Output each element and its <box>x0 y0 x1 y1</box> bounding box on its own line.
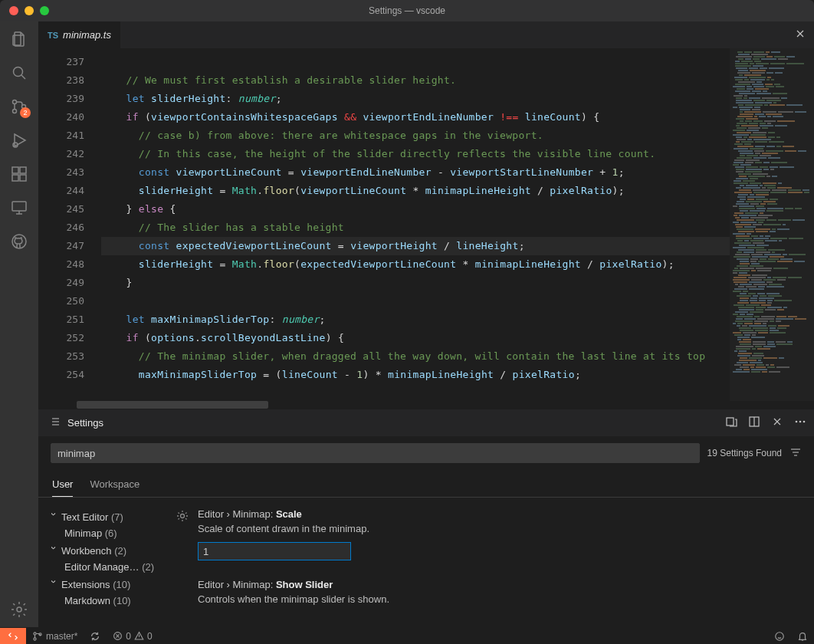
svg-point-16 <box>799 421 802 423</box>
svg-point-23 <box>776 632 784 640</box>
close-window-button[interactable] <box>9 6 18 15</box>
minimize-window-button[interactable] <box>25 6 34 15</box>
code-line[interactable]: } else { <box>101 200 730 219</box>
svg-point-20 <box>34 637 36 639</box>
branch-name: master* <box>46 631 77 642</box>
feedback-icon[interactable] <box>768 631 791 642</box>
svg-point-2 <box>13 100 17 104</box>
traffic-lights <box>0 6 49 15</box>
activity-bar: 2 <box>0 21 38 627</box>
source-control-icon[interactable]: 2 <box>9 97 29 117</box>
code-line[interactable]: } <box>101 274 730 292</box>
code-line[interactable]: const expectedViewportLineCount = viewpo… <box>101 237 730 255</box>
svg-point-18 <box>181 514 185 518</box>
errors-count: 0 <box>126 631 131 642</box>
split-editor-icon[interactable] <box>748 416 760 430</box>
warnings-count: 0 <box>147 631 153 642</box>
extensions-icon[interactable] <box>9 164 29 184</box>
setting-gear-icon[interactable] <box>176 508 190 560</box>
tree-category[interactable]: ›Workbench (2) <box>49 542 169 559</box>
code-line[interactable]: if (options.scrollBeyondLastLine) { <box>101 329 730 347</box>
line-number: 249 <box>38 274 84 292</box>
scm-badge: 2 <box>20 107 31 118</box>
minimap[interactable] <box>730 48 814 409</box>
editor-tabs: TS minimap.ts <box>38 21 814 48</box>
code-line[interactable]: if (viewportContainsWhitespaceGaps && vi… <box>101 108 730 127</box>
search-icon[interactable] <box>9 63 29 83</box>
typescript-file-icon: TS <box>48 31 58 40</box>
tree-item[interactable]: Minimap (6) <box>49 525 169 542</box>
setting-item: Editor › Minimap: ScaleScale of content … <box>176 508 806 560</box>
setting-value-input[interactable] <box>198 542 351 560</box>
settings-tab-title[interactable]: Settings <box>67 417 103 429</box>
scope-tab-workspace[interactable]: Workspace <box>90 478 139 497</box>
horizontal-scrollbar[interactable] <box>77 401 268 409</box>
code-line[interactable]: let maxMinimapSliderTop: number; <box>101 310 730 329</box>
settings-panel: Settings 1 <box>38 409 814 627</box>
line-number: 245 <box>38 200 84 219</box>
line-number: 248 <box>38 255 84 274</box>
setting-item: Editor › Minimap: Show SliderControls wh… <box>176 579 806 613</box>
remote-explorer-icon[interactable] <box>9 198 29 218</box>
maximize-window-button[interactable] <box>40 6 49 15</box>
setting-title: Editor › Minimap: Scale <box>198 508 806 520</box>
settings-gear-icon[interactable] <box>9 600 29 619</box>
tab-minimap-ts[interactable]: TS minimap.ts <box>38 21 121 48</box>
tree-category[interactable]: ›Text Editor (7) <box>49 508 169 525</box>
svg-point-1 <box>14 67 23 77</box>
scope-tab-user[interactable]: User <box>52 478 73 497</box>
code-line[interactable]: // The minimap slider, when dragged all … <box>101 347 730 366</box>
problems-indicator[interactable]: 0 0 <box>107 631 158 642</box>
setting-gear-icon[interactable] <box>176 579 190 613</box>
code-line[interactable]: // We must first establish a desirable s… <box>101 71 730 90</box>
notifications-icon[interactable] <box>791 631 814 642</box>
more-actions-icon[interactable] <box>794 416 806 430</box>
line-number: 252 <box>38 329 84 347</box>
close-settings-icon[interactable] <box>771 416 783 430</box>
line-number: 243 <box>38 163 84 182</box>
svg-rect-9 <box>20 167 26 173</box>
svg-point-17 <box>803 421 806 423</box>
settings-content: Editor › Minimap: ScaleScale of content … <box>169 498 814 627</box>
svg-point-19 <box>34 632 36 634</box>
line-number: 246 <box>38 219 84 237</box>
open-settings-json-icon[interactable] <box>725 416 737 430</box>
line-number: 253 <box>38 347 84 366</box>
tree-category[interactable]: ›Extensions (10) <box>49 576 169 593</box>
github-icon[interactable] <box>9 232 29 251</box>
code-content[interactable]: // We must first establish a desirable s… <box>101 48 730 409</box>
code-line[interactable]: // In this case, the height of the slide… <box>101 145 730 163</box>
settings-list-icon <box>49 416 61 430</box>
code-line[interactable]: let sliderHeight: number; <box>101 90 730 108</box>
tree-item[interactable]: Markdown (10) <box>49 593 169 610</box>
code-line[interactable]: // case b) from above: there are whitesp… <box>101 127 730 145</box>
run-debug-icon[interactable] <box>9 130 29 150</box>
tree-item[interactable]: Editor Manage… (2) <box>49 559 169 576</box>
settings-search-input[interactable] <box>51 443 700 463</box>
tab-filename: minimap.ts <box>63 29 111 41</box>
code-line[interactable]: // The slider has a stable height <box>101 219 730 237</box>
setting-description: Scale of content drawn in the minimap. <box>198 523 806 534</box>
code-line[interactable]: const viewportLineCount = viewportEndLin… <box>101 163 730 182</box>
sync-indicator[interactable] <box>84 631 107 642</box>
svg-rect-10 <box>12 202 26 211</box>
code-line[interactable]: sliderHeight = Math.floor(expectedViewpo… <box>101 255 730 274</box>
explorer-icon[interactable] <box>9 29 29 49</box>
code-line[interactable] <box>101 53 730 71</box>
close-icon[interactable] <box>794 28 806 42</box>
remote-indicator[interactable] <box>0 628 26 645</box>
branch-indicator[interactable]: master* <box>26 631 84 642</box>
settings-scope-tabs: User Workspace <box>38 470 814 498</box>
code-line[interactable] <box>101 292 730 310</box>
svg-rect-6 <box>12 167 18 173</box>
code-line[interactable]: sliderHeight = Math.floor(viewportLineCo… <box>101 182 730 200</box>
code-line[interactable]: maxMinimapSliderTop = (lineCount - 1) * … <box>101 366 730 384</box>
line-number: 250 <box>38 292 84 310</box>
svg-rect-8 <box>20 175 26 181</box>
code-editor[interactable]: 2372382392402412422432442452462472482492… <box>38 48 814 409</box>
window-title: Settings — vscode <box>369 5 445 16</box>
filter-icon[interactable] <box>789 446 802 461</box>
line-number: 241 <box>38 127 84 145</box>
line-number: 247 <box>38 237 84 255</box>
line-number: 239 <box>38 90 84 108</box>
